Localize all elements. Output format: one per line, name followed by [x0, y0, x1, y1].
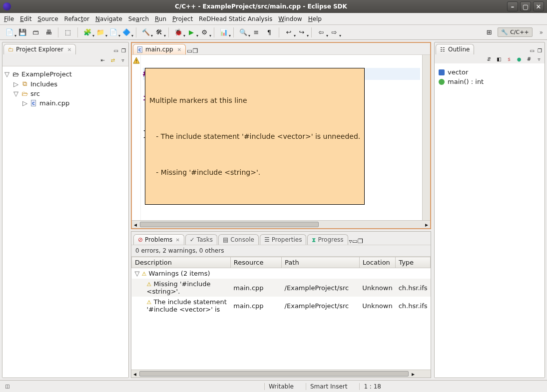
expand-icon[interactable]: ▷	[13, 80, 18, 88]
problems-table[interactable]: Description Resource Path Location Type …	[131, 257, 431, 370]
new-folder-button[interactable]: 📁	[95, 27, 106, 38]
perspective-switcher[interactable]: 🔧 C/C++	[498, 27, 533, 37]
open-type-button[interactable]: 🔷	[121, 27, 132, 38]
hide-static-icon[interactable]: s	[506, 55, 513, 62]
tab-properties[interactable]: ☰ Properties	[260, 234, 306, 245]
outline-item[interactable]: main() : int	[439, 77, 541, 86]
window-titlebar: C/C++ - ExampleProject/src/main.cpp - Ec…	[0, 0, 547, 13]
menu-redhead[interactable]: ReDHead Static Analysis	[199, 15, 272, 22]
print-button[interactable]: 🖶	[43, 27, 54, 38]
menu-navigate[interactable]: Navigate	[95, 15, 122, 22]
menu-help[interactable]: Help	[308, 15, 322, 22]
back-button[interactable]: ⇦	[316, 27, 327, 38]
close-window-button[interactable]: ✕	[533, 1, 544, 11]
expand-icon[interactable]: ▽	[135, 270, 140, 277]
link-editor-icon[interactable]: ⇄	[109, 57, 116, 64]
external-tools-button[interactable]: ⚙	[199, 27, 210, 38]
tree-project-node[interactable]: ▽ 🗁 ExampleProject	[4, 69, 126, 79]
new-source-button[interactable]: 📄	[108, 27, 119, 38]
col-resource[interactable]: Resource	[230, 257, 281, 268]
expand-icon[interactable]: ▷	[22, 99, 27, 107]
expand-icon[interactable]: ▽	[4, 70, 9, 78]
scrollbar-thumb[interactable]	[139, 371, 409, 377]
collapse-all-icon[interactable]: ⇤	[99, 57, 106, 64]
build-button[interactable]: 🔨	[140, 27, 151, 38]
col-path[interactable]: Path	[282, 257, 360, 268]
editor-tab-main-cpp[interactable]: c main.cpp ✕	[133, 44, 186, 54]
horizontal-scrollbar[interactable]: ◂ ▸	[131, 370, 431, 378]
hide-nonpublic-icon[interactable]: ●	[516, 55, 523, 62]
outline-tab[interactable]: ☷ Outline	[436, 44, 474, 54]
tab-tasks[interactable]: ✓ Tasks	[185, 234, 217, 245]
minimize-view-button[interactable]: ▭	[529, 47, 536, 54]
open-perspective-button[interactable]: ⊞	[484, 27, 495, 38]
problem-row[interactable]: ⚠The include statement '#include <vector…	[132, 297, 431, 315]
close-icon[interactable]: ✕	[175, 237, 179, 243]
outline-item[interactable]: vector	[439, 67, 541, 77]
menu-file[interactable]: File	[4, 15, 14, 22]
col-description[interactable]: Description	[132, 257, 231, 268]
build-config-button[interactable]: 🛠	[153, 27, 164, 38]
problem-row[interactable]: ⚠Missing '#include <string>'. main.cpp /…	[132, 279, 431, 297]
toggle-markers-button[interactable]: ¶	[264, 27, 275, 38]
tab-progress[interactable]: ⧗ Progress	[307, 234, 348, 245]
binary-toggle-button[interactable]: ⬚	[62, 27, 73, 38]
tab-problems[interactable]: ⊘ Problems ✕	[133, 234, 184, 245]
hide-fields-icon[interactable]: ◧	[496, 55, 503, 62]
go-to-last-edit-button[interactable]: ↩	[283, 27, 294, 38]
go-to-next-button[interactable]: ↪	[296, 27, 307, 38]
forward-button[interactable]: ⇨	[329, 27, 340, 38]
tree-file-node[interactable]: ▷ c main.cpp	[4, 98, 126, 108]
minimize-view-button[interactable]: ▭	[352, 238, 358, 245]
project-explorer-tab[interactable]: 🗀 Project Explorer ✕	[3, 44, 76, 54]
tab-console[interactable]: ▤ Console	[218, 234, 259, 245]
vertical-scrollbar[interactable]	[422, 55, 430, 220]
minimize-view-button[interactable]: ▭	[112, 47, 120, 54]
minimize-editor-button[interactable]: ▭	[187, 47, 192, 54]
menu-run[interactable]: Run	[155, 15, 166, 22]
warnings-group-row[interactable]: ▽ ⚠Warnings (2 items)	[132, 268, 431, 279]
menu-refactor[interactable]: Refactor	[64, 15, 89, 22]
view-menu-icon[interactable]: ▿	[536, 55, 543, 62]
code-content[interactable]: #include <vector> int main() { std::stri…	[141, 55, 422, 220]
new-button[interactable]: 📄	[4, 27, 15, 38]
maximize-button[interactable]: ▢	[520, 1, 531, 11]
view-menu-icon[interactable]: ▿	[119, 57, 126, 64]
scrollbar-thumb[interactable]	[140, 222, 319, 227]
menu-window[interactable]: Window	[278, 15, 302, 22]
profile-button[interactable]: 📊	[218, 27, 229, 38]
menu-edit[interactable]: Edit	[20, 15, 31, 22]
run-button[interactable]: ▶	[186, 27, 197, 38]
save-all-button[interactable]: 🗃	[30, 27, 41, 38]
col-type[interactable]: Type	[396, 257, 431, 268]
search-button[interactable]: 🔍	[238, 27, 249, 38]
menu-source[interactable]: Source	[37, 15, 58, 22]
menu-search[interactable]: Search	[128, 15, 149, 22]
tree-src-node[interactable]: ▽ 🗁 src	[4, 89, 126, 98]
warning-marker-icon[interactable]: !	[133, 57, 140, 64]
toggle-breadcrumb-button[interactable]: ≡	[251, 27, 262, 38]
problem-location: Unknown	[359, 279, 395, 297]
col-location[interactable]: Location	[359, 257, 395, 268]
maximize-view-button[interactable]: ❐	[120, 47, 127, 54]
warning-icon: ⚠	[147, 299, 152, 306]
minimize-button[interactable]: –	[507, 1, 518, 11]
code-editor[interactable]: ! #include <vector> int main() { std::st…	[132, 55, 430, 220]
menu-project[interactable]: Project	[172, 15, 193, 22]
expand-icon[interactable]: ▽	[13, 90, 18, 97]
new-class-button[interactable]: 🧩	[82, 27, 93, 38]
gutter[interactable]: !	[132, 55, 141, 220]
sort-icon[interactable]: ⇵	[486, 55, 493, 62]
close-icon[interactable]: ✕	[177, 47, 181, 52]
close-icon[interactable]: ✕	[67, 47, 71, 52]
maximize-view-button[interactable]: ❐	[358, 238, 363, 245]
outline-tabbar: ☷ Outline ▭ ❐	[435, 42, 545, 54]
tree-includes-node[interactable]: ▷ ⧉ Includes	[4, 79, 126, 89]
horizontal-scrollbar[interactable]: ◂ ▸	[132, 220, 430, 228]
maximize-view-button[interactable]: ❐	[536, 47, 544, 54]
save-button[interactable]: 💾	[17, 27, 28, 38]
debug-button[interactable]: 🐞	[173, 27, 184, 38]
maximize-editor-button[interactable]: ❐	[192, 47, 198, 54]
tasks-icon: ✓	[190, 236, 195, 243]
hide-inactive-icon[interactable]: #	[526, 55, 533, 62]
